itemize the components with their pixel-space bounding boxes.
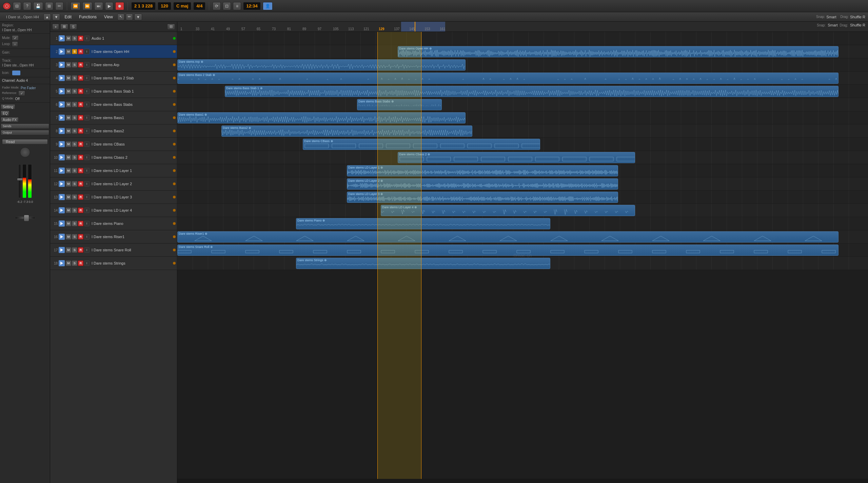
input-btn[interactable]: I [84, 141, 90, 147]
horizontal-scrollbar[interactable] [177, 479, 868, 483]
drag-value[interactable]: Shuffle R [850, 15, 865, 19]
arrange-track[interactable]: Dare stems LD Layer 4 ⊕ [177, 204, 868, 217]
input-btn[interactable]: I [84, 260, 90, 266]
edit-menu[interactable]: Edit [61, 14, 75, 20]
arrange-track[interactable]: Dare stems LD Layer 1 ⊕ [177, 164, 868, 177]
mute-btn[interactable]: M [66, 141, 71, 147]
arrange-track[interactable]: Dare stems Bass Stabs ⊕ [177, 98, 868, 111]
audio-region[interactable]: Dare stems Piano ⊕ [296, 218, 550, 229]
horizontal-fader-thumb[interactable] [24, 215, 29, 221]
track-nav-down[interactable]: ▼ [52, 14, 60, 20]
solo-btn[interactable]: S [72, 168, 77, 173]
input-btn[interactable]: I [84, 62, 90, 67]
audio-region[interactable]: Dare stems Riser1 ⊕ [177, 231, 839, 243]
collapse-btn[interactable]: ⊟ [167, 24, 175, 30]
filter-btn[interactable]: ▼ [134, 14, 142, 20]
solo-btn[interactable]: S [72, 102, 77, 107]
solo-btn[interactable]: S [72, 221, 77, 226]
loop-checkbox[interactable]: ○ [12, 41, 18, 47]
input-btn[interactable]: I [84, 168, 90, 173]
record-btn[interactable]: R [78, 141, 83, 147]
arrange-track[interactable]: Dare stems Bass 2 Stab ⊕ [177, 72, 868, 85]
audio-region[interactable]: Dare stems LD Layer 4 ⊕ [381, 205, 635, 216]
record-btn[interactable]: R [78, 194, 83, 200]
arrange-track[interactable]: Dare stems Strings ⊕ [177, 257, 868, 270]
save-btn[interactable]: 💾 [33, 2, 43, 10]
pan-knob[interactable] [20, 147, 30, 157]
input-btn[interactable]: I [84, 89, 90, 94]
input-btn[interactable]: I [84, 234, 90, 239]
track-row[interactable]: 15 M S R I I Dare stems Piano [50, 217, 177, 230]
arrange-track[interactable]: Dare stems Bass Stab 1 ⊕ [177, 85, 868, 98]
record-btn[interactable]: R [78, 49, 83, 54]
record-btn[interactable]: R [78, 36, 83, 41]
track-nav-up[interactable]: ▲ [43, 14, 51, 20]
arrange-track[interactable]: Dare stems Snare Roll ⊕ [177, 244, 868, 257]
solo-btn[interactable]: S [72, 181, 77, 187]
solo-btn[interactable]: S [72, 141, 77, 147]
snap-display-value[interactable]: Smart [828, 23, 837, 27]
record-btn[interactable]: ⏺ [115, 2, 124, 10]
view-menu[interactable]: View [101, 14, 116, 20]
track-row[interactable]: 10 M S R I I Dare stems Cbass 2 [50, 151, 177, 164]
input-btn[interactable]: I [84, 36, 90, 41]
input-btn[interactable]: I [84, 128, 90, 134]
audio-region[interactable]: Dare stems CBass ⊕ [303, 139, 540, 150]
user-btn[interactable]: 👤 [263, 2, 273, 10]
audio-region[interactable]: Dare stems Snare Roll ⊕ [177, 245, 839, 256]
record-btn[interactable]: R [78, 181, 83, 187]
track-row[interactable]: 12 M S R I I Dare stems LD Layer 2 [50, 177, 177, 191]
plugin-btn[interactable]: ⊡ [223, 2, 231, 10]
add-track-btn[interactable]: + [52, 24, 59, 30]
arrange-track[interactable]: Dare stems CBass ⊕ [177, 138, 868, 151]
solo-btn[interactable]: S [72, 62, 77, 67]
solo-btn[interactable]: S [72, 247, 77, 253]
arrange-track[interactable]: Dare stems Bass2 ⊕ [177, 124, 868, 138]
audio-region[interactable]: Dare stems Strings ⊕ [296, 258, 550, 269]
pencil-tool[interactable]: ✏ [126, 14, 133, 20]
horizontal-fader-track[interactable] [15, 216, 35, 219]
forward-btn[interactable]: ⏩ [82, 2, 92, 10]
audio-region[interactable]: Dare stems Arp ⊕ [177, 59, 466, 71]
track-row[interactable]: 13 M S R I I Dare stems LD Layer 3 [50, 191, 177, 204]
audio-region[interactable]: Dare stems Bass Stab 1 ⊕ [225, 86, 839, 97]
arrange-track[interactable]: Dare stems Riser1 ⊕ [177, 230, 868, 244]
audio-region[interactable]: Dare stems Cbass 2 ⊕ [398, 152, 635, 163]
arrange-track[interactable]: Dare stems LD Layer 2 ⊕ [177, 177, 868, 191]
track-row[interactable]: 5 M S R I I Dare stems Bass Stab 1 [50, 85, 177, 98]
input-btn[interactable]: I [84, 221, 90, 226]
track-row[interactable]: 4 M S R I I Dare stems Bass 2 Stab [50, 72, 177, 85]
record-btn[interactable]: R [78, 221, 83, 226]
group-btn[interactable]: ⊞ [60, 24, 68, 30]
mute-btn[interactable]: M [66, 247, 71, 253]
record-btn[interactable]: R [78, 247, 83, 253]
mute-btn[interactable]: M [66, 194, 71, 200]
arrange-track[interactable]: Dare stems LD Layer 3 ⊕ [177, 191, 868, 204]
arrange-track[interactable]: Dare stems Piano ⊕ [177, 217, 868, 230]
mute-btn[interactable]: M [66, 115, 71, 120]
mute-btn[interactable]: M [66, 260, 71, 266]
mute-btn[interactable]: M [66, 155, 71, 160]
arrange-track[interactable]: Dare stems Arp ⊕ [177, 58, 868, 72]
audio-region[interactable]: Dare stems Open HH ⊕ [398, 46, 839, 57]
output-btn[interactable]: Output [1, 130, 49, 135]
track-row[interactable]: 6 M S R I I Dare stems Bass Stabs [50, 98, 177, 111]
track-row[interactable]: 17 M S R I I Dare stems Snare Roll [50, 244, 177, 257]
input-btn[interactable]: I [84, 181, 90, 187]
solo-btn[interactable]: S [72, 75, 77, 81]
audio-region[interactable]: Dare stems LD Layer 1 ⊕ [347, 165, 618, 176]
audio-region[interactable]: Dare stems Bass1 ⊕ [177, 112, 466, 123]
mute-btn[interactable]: M [66, 102, 71, 107]
record-btn[interactable]: R [78, 75, 83, 81]
audio-region[interactable]: Dare stems Bass 2 Stab ⊕ [177, 73, 839, 84]
volume-fader[interactable] [18, 164, 21, 198]
record-btn[interactable]: R [78, 168, 83, 173]
playhead[interactable] [415, 22, 415, 32]
track-row[interactable]: 11 M S R I I Dare stems LD Layer 1 [50, 164, 177, 177]
track-row[interactable]: 14 M S R I I Dare stems LD Layer 4 [50, 204, 177, 217]
read-btn[interactable]: Read [2, 139, 48, 144]
record-btn[interactable]: R [78, 102, 83, 107]
mix-btn[interactable]: ⊞ [45, 2, 53, 10]
rewind-btn[interactable]: ⏪ [71, 2, 80, 10]
mute-btn[interactable]: M [66, 89, 71, 94]
